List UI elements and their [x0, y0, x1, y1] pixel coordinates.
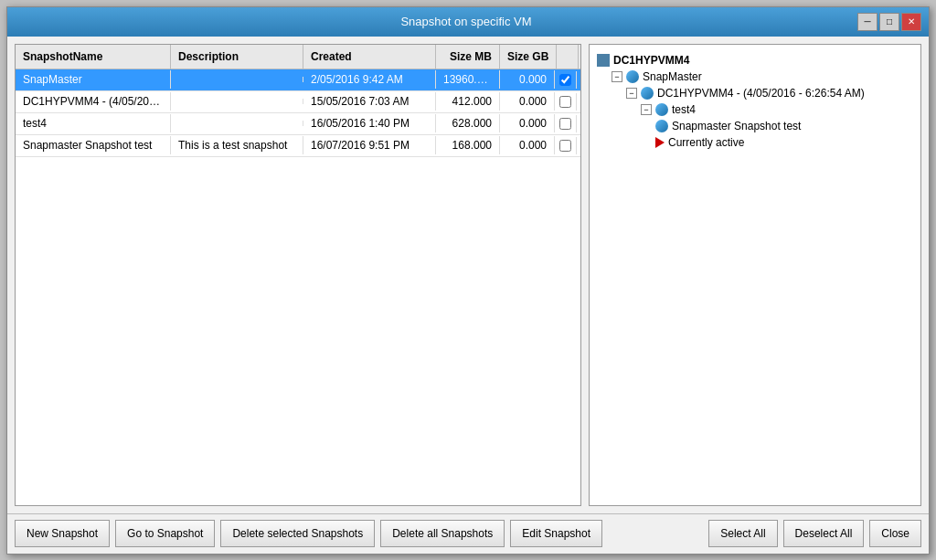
close-button[interactable]: Close	[869, 520, 921, 547]
cell-name: test4	[16, 114, 171, 132]
cell-created: 2/05/2016 9:42 AM	[303, 70, 436, 89]
window-title: Snapshot on specific VM	[75, 15, 857, 28]
tree-dc1-branch: − DC1HYPVMM4 - (4/05/2016 - 6:26:54 AM)	[597, 85, 913, 101]
tree-snapmaster-label: SnapMaster	[643, 70, 702, 83]
cell-sizegb: 0.000	[500, 136, 555, 154]
tree-expand-dc1-icon[interactable]: −	[626, 88, 637, 99]
cell-name: SnapMaster	[16, 70, 171, 89]
go-to-snapshot-button[interactable]: Go to Snapshot	[115, 520, 215, 547]
delete-all-button[interactable]: Delete all Snapshots	[380, 520, 505, 547]
cell-desc	[171, 99, 303, 104]
cell-sizegb: 0.000	[500, 70, 555, 89]
row-checkbox[interactable]	[559, 96, 571, 108]
cell-created: 15/05/2016 7:03 AM	[303, 92, 436, 111]
tree-expand-test4-icon[interactable]: −	[641, 104, 652, 115]
table-header: SnapshotName Description Created Size MB…	[16, 45, 580, 69]
col-size-gb: Size GB	[500, 45, 557, 69]
active-arrow-icon	[655, 137, 665, 148]
select-all-button[interactable]: Select All	[708, 520, 777, 547]
minimize-button[interactable]: ─	[857, 13, 878, 31]
col-check	[557, 45, 579, 69]
row-checkbox[interactable]	[559, 140, 571, 152]
cell-sizegb: 0.000	[500, 92, 555, 111]
snapshot-tree-panel: DC1HYPVMM4 − SnapMaster − DC1HYPVMM4 - (…	[589, 44, 921, 506]
cell-sizemb: 412.000	[436, 92, 500, 111]
cell-name: DC1HYPVMM4 - (4/05/2016 ...	[16, 92, 171, 111]
restore-button[interactable]: □	[879, 13, 899, 31]
main-window: Snapshot on specific VM ─ □ ✕ SnapshotNa…	[6, 6, 930, 555]
cell-sizemb: 13960.000	[436, 70, 500, 89]
tree-root-item: DC1HYPVMM4	[597, 52, 913, 69]
tree-test4: − test4	[597, 101, 913, 118]
cell-created: 16/07/2016 9:51 PM	[303, 136, 436, 154]
snapshot-table-panel: SnapshotName Description Created Size MB…	[15, 44, 581, 506]
cell-check[interactable]	[555, 137, 577, 154]
cell-desc: This is a test snapshot	[171, 136, 303, 154]
table-row[interactable]: test4 16/05/2016 1:40 PM 628.000 0.000	[16, 113, 580, 135]
tree-snapmaster-test-label: Snapmaster Snapshot test	[672, 120, 801, 132]
delete-selected-button[interactable]: Delete selected Snapshots	[220, 520, 375, 547]
row-checkbox[interactable]	[559, 118, 571, 130]
computer-icon	[597, 54, 610, 67]
tree-currently-active: Currently active	[597, 134, 913, 151]
snap-icon-snapmaster	[626, 70, 639, 83]
col-size-mb: Size MB	[436, 45, 500, 69]
title-bar: Snapshot on specific VM ─ □ ✕	[7, 7, 929, 37]
cell-desc	[171, 121, 303, 126]
deselect-all-button[interactable]: Deselect All	[783, 520, 865, 547]
window-controls: ─ □ ✕	[857, 13, 921, 31]
cell-sizemb: 168.000	[436, 136, 500, 154]
snap-icon-snapmaster-test	[655, 120, 668, 132]
edit-snapshot-button[interactable]: Edit Snapshot	[510, 520, 602, 547]
cell-check[interactable]	[555, 71, 577, 89]
cell-desc	[171, 77, 303, 82]
cell-created: 16/05/2016 1:40 PM	[303, 114, 436, 132]
tree-snapmaster-test: Snapmaster Snapshot test	[597, 118, 913, 134]
content-area: SnapshotName Description Created Size MB…	[7, 37, 929, 513]
cell-sizemb: 628.000	[436, 114, 500, 132]
cell-check[interactable]	[555, 115, 577, 132]
close-title-button[interactable]: ✕	[901, 13, 921, 31]
cell-sizegb: 0.000	[500, 114, 555, 132]
table-body: SnapMaster 2/05/2016 9:42 AM 13960.000 0…	[16, 69, 580, 505]
table-row[interactable]: Snapmaster Snapshot test This is a test …	[16, 135, 580, 157]
snap-icon-dc1	[641, 87, 654, 100]
cell-name: Snapmaster Snapshot test	[16, 136, 171, 154]
col-created: Created	[303, 45, 436, 69]
tree-test4-label: test4	[672, 103, 696, 116]
tree-snapmaster: − SnapMaster	[597, 69, 913, 85]
col-description: Description	[171, 45, 303, 69]
new-snapshot-button[interactable]: New Snapshot	[15, 520, 110, 547]
table-row[interactable]: DC1HYPVMM4 - (4/05/2016 ... 15/05/2016 7…	[16, 91, 580, 113]
snap-icon-test4	[655, 103, 668, 116]
row-checkbox[interactable]	[559, 74, 571, 86]
footer: New Snapshot Go to Snapshot Delete selec…	[7, 513, 929, 554]
tree-dc1-label: DC1HYPVMM4 - (4/05/2016 - 6:26:54 AM)	[657, 87, 865, 100]
cell-check[interactable]	[555, 93, 577, 111]
tree-expand-icon[interactable]: −	[612, 71, 622, 82]
tree-root-label: DC1HYPVMM4	[613, 54, 689, 67]
table-row[interactable]: SnapMaster 2/05/2016 9:42 AM 13960.000 0…	[16, 69, 580, 91]
tree-currently-active-label: Currently active	[668, 136, 744, 149]
col-snapshot-name: SnapshotName	[16, 45, 171, 69]
